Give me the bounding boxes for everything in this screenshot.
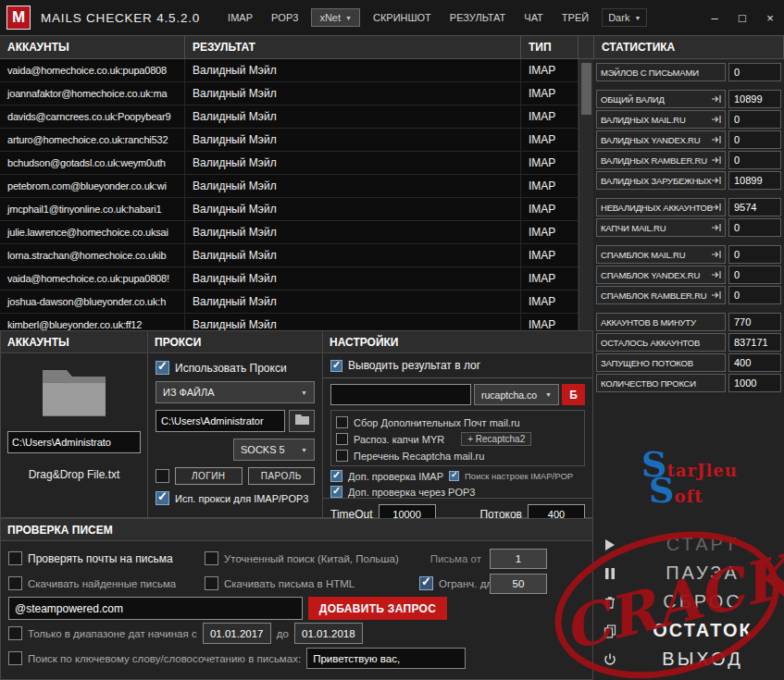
keyword-checkbox[interactable]	[8, 651, 22, 665]
use-proxy-checkbox[interactable]	[156, 361, 169, 375]
table-row[interactable]: joannafaktor@homechoice.co.uk:ma Валидны…	[0, 82, 579, 105]
recaptcha-list-checkbox[interactable]	[336, 450, 348, 462]
table-row[interactable]: jmcphail1@tinyonline.co.uk:habari1 Валид…	[0, 198, 579, 221]
proxy-panel: ПРОКСИ Использовать Прокси ИЗ ФАЙЛА ▼ C:…	[148, 330, 323, 518]
column-header-result[interactable]: РЕЗУЛЬТАТ	[185, 36, 521, 58]
column-header-type[interactable]: ТИП	[521, 36, 579, 58]
reset-label: СБРОС	[627, 591, 778, 612]
table-row[interactable]: davids@carncrees.co.uk:Poopybear9 Валидн…	[0, 105, 579, 129]
table-row[interactable]: arturo@homechoice.co.uk:ranchi532 Валидн…	[0, 129, 579, 152]
stat-label-box: ВАЛИДНЫХ YANDEX.RU	[596, 130, 726, 149]
maximize-button[interactable]: □	[728, 0, 756, 35]
export-icon[interactable]	[711, 135, 722, 144]
download-letters-checkbox[interactable]	[8, 576, 22, 590]
start-button[interactable]: СТАРТ	[593, 530, 784, 559]
recaptcha2-chip[interactable]: + Recaptcha2	[461, 432, 531, 446]
export-icon[interactable]	[711, 115, 722, 124]
table-row[interactable]: vaida@homechoice.co.uk:pupa0808! Валидны…	[0, 267, 579, 291]
export-icon[interactable]	[711, 155, 722, 165]
pop3-check-label: Доп. проверка через POP3	[348, 487, 475, 498]
folder-icon[interactable]	[39, 365, 109, 420]
table-row[interactable]: joshua-dawson@blueyonder.co.uk:h Валидны…	[0, 291, 579, 314]
export-icon[interactable]	[711, 176, 722, 185]
close-button[interactable]: ×	[756, 0, 784, 35]
captcha-key-input[interactable]	[330, 384, 471, 405]
stat-row: МЭЙЛОВ С ПИСЬМАМИ 0	[596, 63, 781, 81]
imap-check-checkbox[interactable]	[330, 470, 342, 482]
app-logo-icon: M	[6, 6, 31, 30]
download-html-checkbox[interactable]	[205, 576, 218, 590]
menu-imap[interactable]: IMAP	[218, 12, 262, 23]
captcha-service-dropdown[interactable]: rucaptcha.co ▼	[474, 384, 559, 405]
table-row[interactable]: julie.lawrence@homechoice.co.uksai Валид…	[0, 221, 579, 244]
menu-tray[interactable]: ТРЕЙ	[553, 12, 598, 23]
result-cell: Валидный Мэйл	[185, 198, 521, 220]
date-to-input[interactable]: 01.01.2018	[294, 623, 363, 644]
table-row[interactable]: lorna.strachan@homechoice.co.ukib Валидн…	[0, 244, 579, 267]
captcha-myr-checkbox[interactable]	[336, 433, 348, 445]
pop3-limit-input[interactable]: 50	[490, 574, 547, 594]
add-query-button[interactable]: ДОБАВИТЬ ЗАПРОС	[308, 597, 447, 620]
rest-button[interactable]: ОСТАТОК	[593, 616, 784, 645]
password-button[interactable]: ПАРОЛЬ	[248, 467, 316, 485]
balance-button[interactable]: Б	[562, 384, 585, 405]
proxy-imap-pop3-checkbox[interactable]	[156, 491, 169, 505]
accounts-panel-title: АККАУНТЫ	[1, 331, 147, 353]
theme-dropdown[interactable]: Dark ▼	[602, 8, 647, 27]
type-cell: IMAP	[521, 59, 579, 81]
imap-pop-search-checkbox[interactable]	[449, 471, 459, 481]
scrollbar-thumb[interactable]	[581, 63, 591, 115]
account-cell: arturo@homechoice.co.uk:ranchi532	[0, 129, 185, 151]
stat-label-box: СПАМБЛОК MAIL.RU	[596, 245, 726, 264]
accounts-panel-body: C:\Users\Administrato Drag&Drop File.txt	[1, 353, 147, 517]
check-letters-checkbox[interactable]	[8, 551, 22, 565]
export-icon[interactable]	[711, 270, 722, 279]
table-row[interactable]: kimberl@blueyonder.co.uk:ff12 Валидный М…	[0, 314, 579, 330]
pop3-check-checkbox[interactable]	[330, 486, 342, 498]
table-scrollbar[interactable]	[579, 59, 593, 330]
table-row[interactable]: bchudson@gotadsl.co.uk:weym0uth Валидный…	[0, 152, 579, 175]
proxy-source-dropdown[interactable]: ИЗ ФАЙЛА ▼	[156, 381, 315, 403]
menu-screenshot[interactable]: СКРИНШОТ	[364, 12, 441, 23]
refined-search-label: Уточненный поиск (Китай, Польша)	[224, 553, 399, 564]
refined-search-checkbox[interactable]	[205, 551, 218, 565]
accounts-file-path-input[interactable]: C:\Users\Administrato	[7, 431, 141, 453]
proxy-file-path-input[interactable]: C:\Users\Administrator	[156, 410, 285, 432]
pop3-limit-checkbox[interactable]	[419, 576, 433, 590]
collect-mail-checkbox[interactable]	[336, 416, 348, 428]
date-from-input[interactable]: 01.01.2017	[203, 623, 271, 644]
result-cell: Валидный Мэйл	[185, 105, 521, 128]
recaptcha-list-label: Перечень Recaptcha mail.ru	[354, 451, 484, 462]
letters-panel: ПРОВЕРКА ПИСЕМ Проверять почты на письма…	[0, 518, 593, 680]
menu-chat[interactable]: ЧАТ	[515, 12, 553, 23]
export-icon[interactable]	[711, 250, 722, 259]
table-row[interactable]: petebrom.com@blueyonder.co.uk:wi Валидны…	[0, 175, 579, 198]
proxy-type-dropdown[interactable]: SOCKS 5 ▼	[233, 439, 315, 461]
proxy-auth-checkbox[interactable]	[156, 469, 169, 483]
column-header-accounts[interactable]: АККАУНТЫ	[0, 36, 185, 58]
date-range-checkbox[interactable]	[8, 626, 22, 640]
soft-logo-line2: Soft	[649, 476, 738, 505]
login-button[interactable]: ЛОГИН	[175, 467, 243, 485]
table-row[interactable]: vaida@homechoice.co.uk:pupa0808 Валидный…	[0, 59, 579, 82]
export-icon[interactable]	[711, 94, 722, 104]
pause-button[interactable]: ПАУЗА	[593, 559, 784, 587]
reset-button[interactable]: СБРОС	[593, 587, 784, 616]
export-icon[interactable]	[711, 203, 722, 212]
keyword-input[interactable]: Приветствую вас,	[306, 648, 466, 669]
export-icon[interactable]	[711, 291, 722, 300]
stat-label-box: АККАУНТОВ В МИНУТУ	[596, 313, 726, 331]
proxy-browse-button[interactable]	[289, 410, 315, 432]
menu-result[interactable]: РЕЗУЛЬТАТ	[441, 12, 515, 23]
account-cell: joshua-dawson@blueyonder.co.uk:h	[0, 291, 185, 313]
export-icon[interactable]	[711, 223, 722, 232]
chevron-down-icon: ▼	[301, 389, 307, 396]
letters-from-input[interactable]: 1	[490, 549, 547, 569]
minimize-button[interactable]: –	[701, 0, 728, 35]
menu-pop3[interactable]: POP3	[262, 12, 307, 23]
log-output-checkbox[interactable]	[330, 360, 342, 372]
exit-button[interactable]: ВЫХОД	[593, 645, 784, 674]
query-input[interactable]: @steampowered.com	[8, 597, 303, 620]
account-cell: lorna.strachan@homechoice.co.ukib	[0, 244, 185, 266]
menu-xnet-dropdown[interactable]: xNet ▼	[311, 8, 360, 27]
